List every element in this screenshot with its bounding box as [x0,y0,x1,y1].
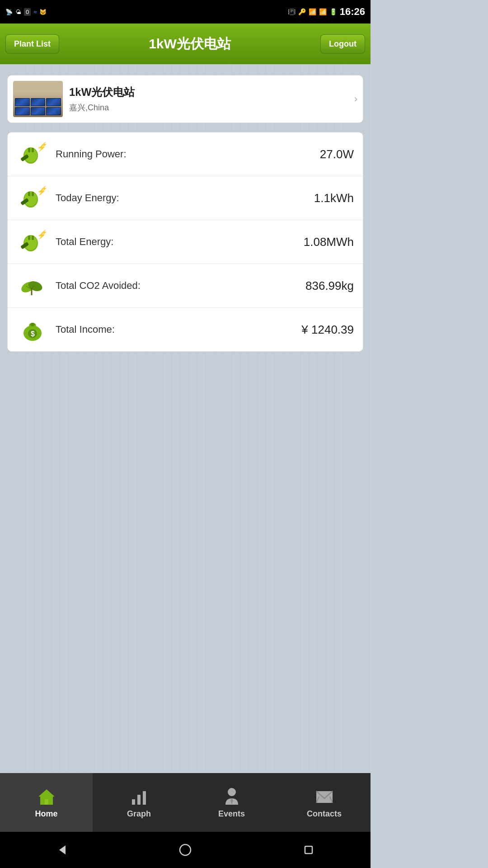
nav-item-home[interactable]: Home [0,773,93,832]
svg-rect-17 [32,236,34,240]
svg-text:⚡: ⚡ [41,230,47,236]
nav-home-label: Home [35,809,57,819]
income-icon: $ [17,316,48,343]
home-icon [37,787,56,807]
vibrate-icon: 📳 [288,8,296,15]
nav-events-label: Events [218,809,245,819]
stats-card: ⚡ ⚡ Running Power: 27.0W ⚡ ⚡ Toda [7,132,363,352]
svg-rect-3 [32,148,34,152]
header: Plant List 1kW光伏电站 Logout [0,24,371,64]
status-time: 16:26 [340,6,365,18]
key-icon: 🔑 [298,8,306,15]
logout-button[interactable]: Logout [320,34,365,54]
svg-rect-16 [28,236,30,240]
svg-marker-41 [59,845,66,854]
svg-text:⚡: ⚡ [41,142,47,148]
svg-text:$: $ [31,330,35,338]
page-title: 1kW光伏电站 [59,35,320,53]
signal-icon: 📶 [319,8,327,15]
plant-list-button[interactable]: Plant List [5,34,59,54]
status-left-icons: 📡 🌤 0 ≈ 🐱 [5,8,47,16]
stat-row-income: $ Total Income: ¥ 1240.39 [8,308,363,351]
home-button[interactable] [174,839,197,861]
svg-rect-10 [32,192,34,196]
recents-button[interactable] [297,839,320,861]
income-value: ¥ 1240.39 [301,323,354,337]
events-icon [222,787,242,807]
svg-point-42 [180,844,191,855]
svg-rect-35 [143,791,146,805]
total-energy-value: 1.08MWh [304,235,354,249]
nav-item-contacts[interactable]: Contacts [278,773,371,832]
income-label: Total Income: [56,324,294,335]
today-energy-icon: ⚡ ⚡ [17,184,48,212]
battery-icon: 🔋 [329,8,337,15]
back-button[interactable] [51,839,73,861]
plant-info: 1kW光伏电站 嘉兴,China [69,85,348,113]
svg-rect-9 [28,192,30,196]
svg-rect-33 [132,799,135,805]
nav-item-graph[interactable]: Graph [93,773,185,832]
android-nav-bar [0,832,371,868]
bottom-nav: Home Graph Events Contacts [0,773,371,832]
total-energy-label: Total Energy: [56,236,296,248]
today-energy-label: Today Energy: [56,192,307,204]
svg-text:⚡: ⚡ [41,186,47,192]
stat-row-co2: Total CO2 Avoided: 836.99kg [8,264,363,308]
svg-rect-34 [137,795,141,805]
running-power-icon: ⚡ ⚡ [17,141,48,168]
svg-rect-2 [28,148,30,152]
status-bar: 📡 🌤 0 ≈ 🐱 📳 🔑 📶 📶 🔋 16:26 [0,0,371,24]
plant-card[interactable]: 1kW光伏电站 嘉兴,China › [7,75,363,123]
stat-row-running-power: ⚡ ⚡ Running Power: 27.0W [8,132,363,176]
svg-rect-43 [305,846,312,854]
contacts-icon [314,787,334,807]
plant-arrow-icon: › [354,93,357,105]
plant-name: 1kW光伏电站 [69,85,348,99]
stat-row-today-energy: ⚡ ⚡ Today Energy: 1.1kWh [8,176,363,220]
running-power-label: Running Power: [56,148,313,160]
running-power-value: 27.0W [320,147,354,161]
nav-item-events[interactable]: Events [185,773,278,832]
today-energy-value: 1.1kWh [314,191,354,205]
nav-graph-label: Graph [127,809,151,819]
total-energy-icon: ⚡ ⚡ [17,228,48,255]
nav-contacts-label: Contacts [307,809,342,819]
co2-value: 836.99kg [305,279,354,293]
svg-rect-32 [45,799,48,805]
svg-point-28 [30,323,35,326]
plant-thumbnail [13,81,63,117]
plant-location: 嘉兴,China [69,102,348,113]
main-content: 1kW光伏电站 嘉兴,China › ⚡ ⚡ [0,64,371,773]
co2-label: Total CO2 Avoided: [56,280,298,292]
status-right-icons: 📳 🔑 📶 📶 🔋 16:26 [288,6,365,18]
graph-icon [129,787,149,807]
stat-row-total-energy: ⚡ ⚡ Total Energy: 1.08MWh [8,220,363,264]
wifi-icon: 📶 [309,8,316,15]
svg-point-36 [228,788,236,796]
co2-icon [17,272,48,299]
